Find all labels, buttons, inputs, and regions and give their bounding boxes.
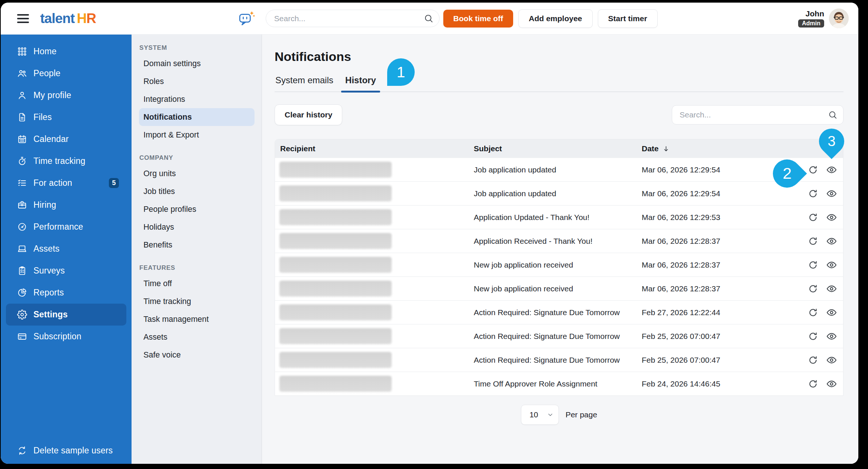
settings-nav-item-org-units[interactable]: Org units (139, 165, 255, 182)
view-notification-button[interactable] (826, 212, 837, 223)
resend-notification-button[interactable] (807, 188, 819, 199)
global-search-input[interactable] (266, 10, 440, 27)
sidebar-item-hiring[interactable]: Hiring (6, 194, 126, 216)
settings-nav-item-safe-voice[interactable]: Safe voice (139, 346, 255, 364)
resend-notification-button[interactable] (807, 331, 819, 342)
tab-system-emails[interactable]: System emails (275, 75, 334, 91)
resend-notification-button[interactable] (807, 212, 819, 223)
user-menu[interactable]: John Admin (798, 9, 849, 28)
settings-nav-item-people-profiles[interactable]: People profiles (139, 200, 255, 218)
subject-cell: Application Updated - Thank You! (469, 213, 637, 222)
column-header-date[interactable]: Date (637, 144, 781, 153)
table-row: Action Required: Signature Due TomorrowF… (275, 324, 843, 348)
history-search-input[interactable] (672, 105, 843, 124)
per-page-select[interactable]: 10 (521, 405, 559, 425)
tab-history[interactable]: History (344, 75, 377, 91)
recipient-redacted (279, 233, 392, 249)
refresh-icon (807, 307, 819, 318)
resend-notification-button[interactable] (807, 283, 819, 294)
sidebar-item-my-profile[interactable]: My profile (6, 84, 126, 106)
resend-notification-button[interactable] (807, 164, 819, 175)
delete-sample-users-button[interactable]: Delete sample users (6, 440, 126, 462)
recipient-cell (275, 233, 469, 249)
add-employee-button[interactable]: Add employee (518, 9, 593, 28)
user-name: John (806, 9, 824, 18)
date-cell: Mar 06, 2026 12:29:54 (637, 189, 781, 198)
sidebar-item-assets[interactable]: Assets (6, 238, 126, 260)
view-notification-button[interactable] (826, 331, 837, 342)
settings-nav: SYSTEMDomain settingsRolesIntegrationsNo… (132, 35, 262, 464)
book-time-off-button[interactable]: Book time off (443, 10, 513, 28)
settings-nav-item-integrations[interactable]: Integrations (139, 90, 255, 108)
recipient-cell (275, 281, 469, 297)
view-notification-button[interactable] (826, 307, 837, 318)
sidebar-item-home[interactable]: Home (6, 41, 126, 62)
view-notification-button[interactable] (826, 259, 837, 271)
recipient-redacted (279, 185, 392, 201)
eye-icon (826, 355, 837, 366)
sidebar-item-subscription[interactable]: Subscription (6, 326, 126, 347)
settings-nav-item-domain-settings[interactable]: Domain settings (139, 55, 255, 72)
sidebar-item-files[interactable]: Files (6, 106, 126, 128)
resend-notification-button[interactable] (807, 259, 819, 271)
view-notification-button[interactable] (826, 164, 837, 175)
clear-history-button[interactable]: Clear history (275, 104, 342, 125)
sidebar-nav: HomePeopleMy profileFilesCalendarTime tr… (1, 35, 132, 464)
avatar[interactable] (829, 9, 849, 28)
hamburger-menu-icon[interactable] (17, 14, 29, 23)
settings-nav-item-job-titles[interactable]: Job titles (139, 182, 255, 200)
settings-nav-item-assets[interactable]: Assets (139, 328, 255, 346)
table-row: New job application receivedMar 06, 2026… (275, 253, 843, 276)
date-cell: Mar 06, 2026 12:28:37 (637, 284, 781, 293)
sidebar-item-people[interactable]: People (6, 62, 126, 84)
view-notification-button[interactable] (826, 283, 837, 294)
recipient-cell (275, 185, 469, 201)
eye-icon (826, 331, 837, 342)
sidebar-item-label: For action (33, 178, 72, 188)
subject-cell: Time Off Approver Role Assignment (469, 379, 637, 388)
settings-nav-item-notifications[interactable]: Notifications (139, 108, 255, 126)
sidebar-item-label: Calendar (33, 134, 69, 144)
recipient-redacted (279, 376, 392, 392)
settings-nav-item-roles[interactable]: Roles (139, 72, 255, 90)
app-window: talentHR Book time off Add employee Star… (1, 3, 858, 464)
settings-nav-item-benefits[interactable]: Benefits (139, 236, 255, 254)
sidebar-footer-label: Delete sample users (33, 446, 113, 456)
for-action-count-badge: 5 (109, 178, 119, 188)
resend-notification-button[interactable] (807, 236, 819, 247)
sync-icon (17, 446, 27, 456)
recipient-cell (275, 328, 469, 344)
sidebar-item-surveys[interactable]: Surveys (6, 260, 126, 282)
resend-notification-button[interactable] (807, 307, 819, 318)
sidebar-item-performance[interactable]: Performance (6, 216, 126, 238)
date-cell: Feb 25, 2026 07:00:47 (637, 356, 781, 365)
settings-nav-item-time-off[interactable]: Time off (139, 275, 255, 292)
view-notification-button[interactable] (826, 355, 837, 366)
row-actions (781, 259, 843, 271)
sidebar-item-for-action[interactable]: For action5 (6, 172, 126, 194)
sidebar-item-label: Hiring (33, 200, 56, 210)
settings-nav-item-import-export[interactable]: Import & Export (139, 126, 255, 144)
view-notification-button[interactable] (826, 378, 837, 389)
start-timer-button[interactable]: Start timer (598, 9, 658, 28)
chat-assistant-icon[interactable] (237, 9, 256, 28)
settings-nav-item-holidays[interactable]: Holidays (139, 218, 255, 236)
view-notification-button[interactable] (826, 236, 837, 247)
sidebar-item-time-tracking[interactable]: Time tracking (6, 150, 126, 172)
resend-notification-button[interactable] (807, 378, 819, 389)
recipient-cell (275, 352, 469, 368)
sidebar-item-label: Subscription (33, 331, 81, 342)
tab-bar: System emailsHistory (275, 75, 843, 92)
recipient-redacted (279, 209, 392, 225)
settings-nav-item-task-management[interactable]: Task management (139, 310, 255, 328)
row-actions (781, 378, 843, 389)
sidebar-item-reports[interactable]: Reports (6, 282, 126, 304)
resend-notification-button[interactable] (807, 355, 819, 366)
sidebar-item-settings[interactable]: Settings (6, 304, 126, 326)
row-actions (781, 283, 843, 294)
sidebar-item-calendar[interactable]: Calendar (6, 128, 126, 150)
user-icon (17, 90, 27, 100)
recipient-redacted (279, 352, 392, 368)
view-notification-button[interactable] (826, 188, 837, 199)
settings-nav-item-time-tracking[interactable]: Time tracking (139, 292, 255, 310)
